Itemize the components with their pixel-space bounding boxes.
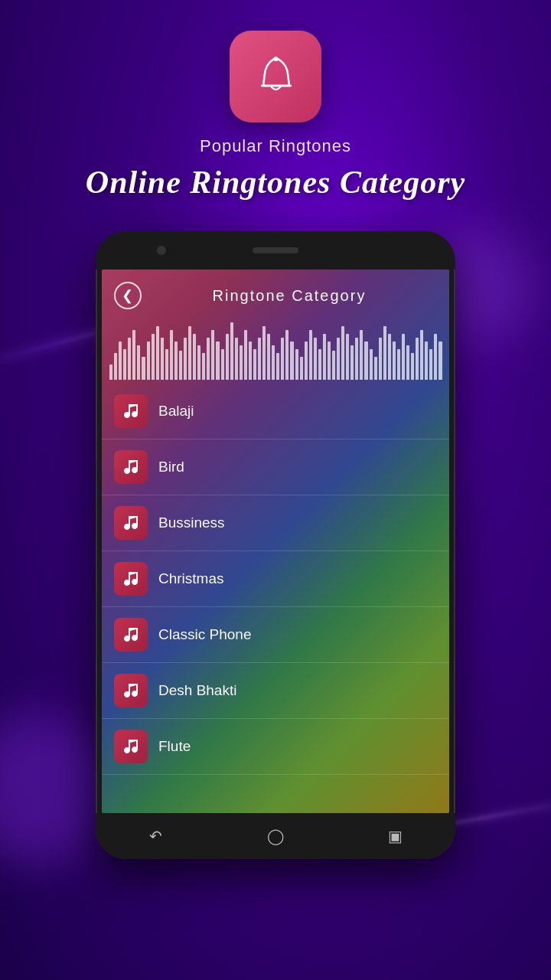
waveform-bar xyxy=(262,326,266,380)
music-note-icon xyxy=(122,458,140,476)
waveform-bar xyxy=(318,349,321,380)
nav-recents-button[interactable]: ▣ xyxy=(382,822,409,850)
music-note-icon-box xyxy=(114,450,148,484)
nav-home-button[interactable]: ◯ xyxy=(262,822,289,850)
waveform-bar xyxy=(170,330,173,380)
music-note-icon xyxy=(122,681,140,700)
screen-header: ❮ Ringtone Category xyxy=(102,270,449,318)
waveform-bar xyxy=(416,338,419,380)
screen-title: Ringtone Category xyxy=(142,287,437,305)
list-item[interactable]: Bussiness xyxy=(102,495,449,551)
waveform-bar xyxy=(221,349,224,380)
waveform-bar xyxy=(434,334,437,380)
waveform-bar xyxy=(305,341,308,380)
list-item[interactable]: Desh Bhakti xyxy=(102,663,449,719)
waveform-bar xyxy=(128,338,131,380)
waveform-bar xyxy=(285,330,289,380)
waveform-bar xyxy=(355,338,358,380)
waveform-bar xyxy=(142,357,145,380)
waveform-bar xyxy=(244,330,247,380)
list-item[interactable]: Flute xyxy=(102,719,449,775)
list-item[interactable]: Classic Phone xyxy=(102,607,449,663)
waveform-bar xyxy=(388,334,391,380)
waveform xyxy=(102,318,449,380)
waveform-bar xyxy=(156,326,159,380)
music-note-icon-box xyxy=(114,506,148,540)
waveform-bar xyxy=(119,341,122,380)
music-note-icon-box xyxy=(114,562,148,596)
popular-ringtones-label: Popular Ringtones xyxy=(200,136,351,156)
phone-camera xyxy=(157,246,166,255)
waveform-bar xyxy=(235,338,238,380)
back-button[interactable]: ❮ xyxy=(114,282,142,309)
waveform-bar xyxy=(240,345,243,380)
waveform-bar xyxy=(276,353,279,380)
waveform-bar xyxy=(439,341,442,380)
waveform-bar xyxy=(230,322,233,380)
music-note-icon xyxy=(122,737,140,756)
music-note-icon-box xyxy=(114,674,148,707)
waveform-bar xyxy=(295,349,298,380)
nav-back-button[interactable]: ↶ xyxy=(142,822,169,850)
waveform-bar xyxy=(411,353,414,380)
ringtone-name-label: Christmas xyxy=(158,570,224,587)
waveform-bar xyxy=(114,353,117,380)
back-chevron-icon: ❮ xyxy=(122,289,133,302)
waveform-bar xyxy=(383,326,386,380)
waveform-bar xyxy=(429,349,432,380)
waveform-bar xyxy=(258,338,261,380)
ringtone-name-label: Flute xyxy=(158,738,191,755)
waveform-bar xyxy=(226,334,229,380)
music-note-icon-box xyxy=(114,394,148,428)
waveform-bar xyxy=(147,341,150,380)
waveform-bar xyxy=(341,326,344,380)
waveform-bar xyxy=(309,330,312,380)
nav-recents-icon: ▣ xyxy=(388,827,403,845)
nav-back-icon: ↶ xyxy=(149,827,162,845)
phone-screen: ❮ Ringtone Category Balaji Bird Bussines… xyxy=(102,270,449,813)
waveform-bar xyxy=(267,334,270,380)
waveform-bar xyxy=(425,341,428,380)
waveform-bar xyxy=(328,341,331,380)
music-note-icon xyxy=(122,626,140,644)
ringtone-name-label: Classic Phone xyxy=(158,626,251,643)
waveform-bar xyxy=(132,330,135,380)
ringtone-list: Balaji Bird Bussiness Christmas Classic … xyxy=(102,384,449,775)
waveform-bar xyxy=(370,349,373,380)
ringtone-name-label: Bird xyxy=(158,459,184,475)
music-note-icon xyxy=(122,514,140,532)
waveform-bar xyxy=(350,345,354,380)
waveform-bar xyxy=(197,345,201,380)
phone-mockup: ❮ Ringtone Category Balaji Bird Bussines… xyxy=(96,231,455,859)
ringtone-name-label: Balaji xyxy=(158,403,194,420)
waveform-bar xyxy=(193,334,196,380)
nav-home-icon: ◯ xyxy=(267,827,284,845)
waveform-bar xyxy=(123,349,126,380)
list-item[interactable]: Bird xyxy=(102,439,449,495)
waveform-bar xyxy=(109,364,112,380)
music-note-icon xyxy=(122,402,140,420)
list-item[interactable]: Balaji xyxy=(102,384,449,439)
waveform-bar xyxy=(179,351,182,380)
ringtone-name-label: Desh Bhakti xyxy=(158,682,236,699)
waveform-bar xyxy=(300,357,303,380)
svg-point-0 xyxy=(273,57,278,61)
waveform-bar xyxy=(202,353,205,380)
waveform-bar xyxy=(137,345,140,380)
waveform-bar xyxy=(393,341,396,380)
waveform-bar xyxy=(346,334,349,380)
waveform-bar xyxy=(360,330,363,380)
waveform-bar xyxy=(402,334,405,380)
waveform-bar xyxy=(281,338,284,380)
app-icon xyxy=(230,31,321,122)
waveform-bar xyxy=(314,338,317,380)
waveform-bar xyxy=(249,341,252,380)
music-note-icon-box xyxy=(114,618,148,652)
phone-bottom-bar: ↶ ◯ ▣ xyxy=(96,813,455,859)
waveform-bar xyxy=(374,357,377,380)
waveform-bar xyxy=(332,351,335,380)
waveform-bar xyxy=(406,345,409,380)
list-item[interactable]: Christmas xyxy=(102,551,449,607)
waveform-bar xyxy=(184,338,187,380)
waveform-bar xyxy=(161,338,164,380)
